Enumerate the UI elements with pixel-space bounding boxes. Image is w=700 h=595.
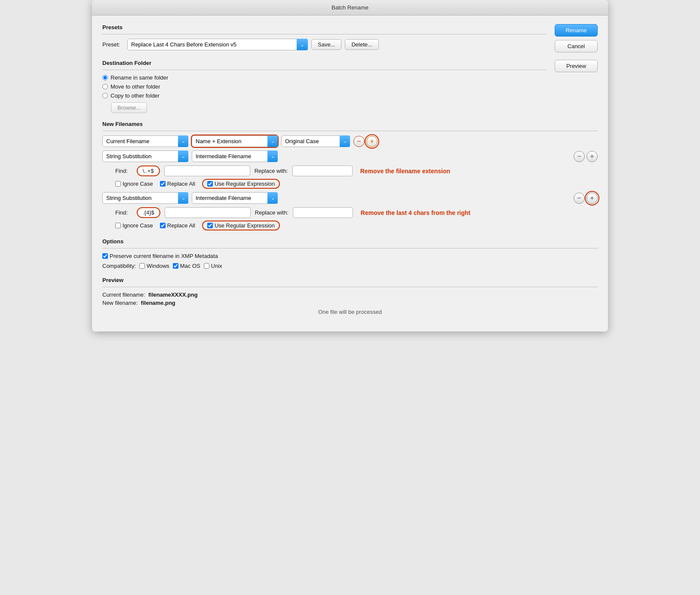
- new-filename-value: filename.png: [141, 300, 175, 306]
- macos-label: Mac OS: [180, 263, 200, 269]
- radio-move-folder-label: Move to other folder: [111, 83, 160, 90]
- preview-section-header: Preview: [102, 277, 598, 283]
- unix-checkbox[interactable]: Unix: [204, 263, 222, 269]
- compat-label: Compatibility:: [102, 263, 136, 269]
- save-button[interactable]: Save...: [311, 39, 341, 50]
- cancel-button[interactable]: Cancel: [555, 40, 598, 52]
- add-row-1-button[interactable]: +: [366, 136, 378, 147]
- remove-row-2-button[interactable]: −: [574, 151, 585, 162]
- current-filename-value: filenameXXXX.png: [148, 291, 198, 298]
- find-text-3[interactable]: [165, 207, 251, 218]
- preset-select-wrap[interactable]: Replace Last 4 Chars Before Extension v5: [127, 39, 308, 50]
- preserve-xmp-label: Preserve current filename in XMP Metadat…: [110, 253, 218, 259]
- windows-label: Windows: [147, 263, 169, 269]
- preview-button[interactable]: Preview: [555, 60, 598, 72]
- find-text-2[interactable]: [164, 166, 250, 176]
- preset-select[interactable]: Replace Last 4 Chars Before Extension v5: [127, 39, 308, 50]
- add-row-3-button[interactable]: +: [586, 193, 598, 204]
- replace-all-3[interactable]: Replace All: [160, 222, 195, 229]
- destination-radio-group: Rename in same folder Move to other fold…: [102, 74, 546, 99]
- remove-row-3-button[interactable]: −: [574, 193, 585, 204]
- col3-select-wrap-1[interactable]: Original Case: [281, 135, 350, 147]
- col2-select-wrap-3[interactable]: Intermediate Filename: [192, 192, 278, 204]
- presets-header: Presets: [102, 24, 546, 31]
- col1-select-1[interactable]: Current Filename: [102, 135, 188, 147]
- radio-copy-folder-label: Copy to other folder: [111, 92, 160, 99]
- options-header: Options: [102, 238, 598, 245]
- macos-checkbox[interactable]: Mac OS: [173, 263, 200, 269]
- radio-copy-folder[interactable]: Copy to other folder: [102, 92, 546, 99]
- window-title: Batch Rename: [332, 4, 368, 11]
- find-oval-3[interactable]: .{4}$: [137, 207, 160, 218]
- use-regex-2[interactable]: Use Regular Expression: [202, 179, 280, 189]
- remove-row-1-button[interactable]: −: [353, 136, 365, 147]
- col2-select-wrap-1[interactable]: Name + Extension: [192, 135, 278, 147]
- filename-row-3: String Substitution Intermediate Filenam…: [102, 192, 598, 204]
- replace-input-2[interactable]: [292, 166, 353, 176]
- replace-all-2[interactable]: Replace All: [160, 181, 195, 187]
- col2-select-1[interactable]: Name + Extension: [192, 135, 278, 147]
- radio-same-folder-label: Rename in same folder: [111, 74, 168, 81]
- unix-label: Unix: [211, 263, 222, 269]
- find-oval-2[interactable]: \..+$: [137, 166, 160, 176]
- windows-checkbox[interactable]: Windows: [139, 263, 169, 269]
- filename-row-2: String Substitution Intermediate Filenam…: [102, 150, 598, 162]
- delete-button[interactable]: Delete...: [345, 39, 378, 50]
- compat-row: Compatibility: Windows Mac OS Unix: [102, 263, 598, 269]
- new-filename-label: New filename:: [102, 300, 138, 306]
- col1-select-2[interactable]: String Substitution: [102, 150, 188, 162]
- current-filename-row: Current filename: filenameXXXX.png: [102, 291, 598, 298]
- col2-select-3[interactable]: Intermediate Filename: [192, 192, 278, 204]
- col2-select-wrap-2[interactable]: Intermediate Filename: [192, 150, 278, 162]
- destination-header: Destination Folder: [102, 60, 546, 66]
- col1-select-wrap-2[interactable]: String Substitution: [102, 150, 188, 162]
- radio-move-folder[interactable]: Move to other folder: [102, 83, 546, 90]
- rename-button[interactable]: Rename: [555, 24, 598, 37]
- ignore-case-3[interactable]: Ignore Case: [115, 222, 153, 229]
- titlebar: Batch Rename: [92, 0, 608, 15]
- replace-label-2: Replace with:: [255, 168, 288, 174]
- add-row-2-button[interactable]: +: [586, 151, 598, 162]
- annotation-3: Remove the last 4 chars from the right: [361, 209, 470, 216]
- col1-select-3[interactable]: String Substitution: [102, 192, 188, 204]
- replace-input-3[interactable]: [293, 207, 353, 218]
- file-count: One file will be processed: [102, 309, 598, 315]
- replace-label-3: Replace with:: [255, 209, 289, 216]
- col1-select-wrap-1[interactable]: Current Filename: [102, 135, 188, 147]
- find-label-3: Find:: [115, 209, 132, 216]
- filename-row-1: Current Filename Name + Extension Origin…: [102, 135, 598, 147]
- col3-select-1[interactable]: Original Case: [281, 135, 350, 147]
- preset-label: Preset:: [102, 41, 124, 48]
- current-filename-label: Current filename:: [102, 291, 145, 298]
- radio-same-folder[interactable]: Rename in same folder: [102, 74, 546, 81]
- use-regex-3[interactable]: Use Regular Expression: [202, 221, 280, 230]
- ignore-case-2[interactable]: Ignore Case: [115, 181, 153, 187]
- find-label-2: Find:: [115, 168, 132, 174]
- annotation-2: Remove the filename extension: [360, 168, 450, 175]
- preserve-xmp-checkbox[interactable]: Preserve current filename in XMP Metadat…: [102, 253, 598, 259]
- col1-select-wrap-3[interactable]: String Substitution: [102, 192, 188, 204]
- col2-select-2[interactable]: Intermediate Filename: [192, 150, 278, 162]
- browse-button[interactable]: Browse...: [111, 102, 147, 113]
- new-filenames-header: New Filenames: [102, 121, 598, 127]
- new-filename-row: New filename: filename.png: [102, 300, 598, 306]
